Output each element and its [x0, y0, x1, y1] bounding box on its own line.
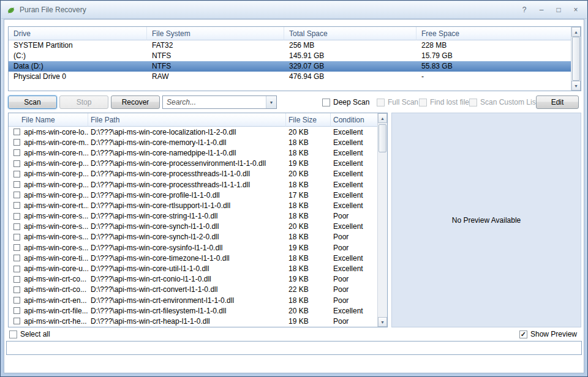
file-row[interactable]: api-ms-win-core-s...D:\???\api-ms-win-co… — [9, 232, 377, 242]
file-row-checkbox[interactable] — [13, 129, 20, 135]
maximize-button[interactable]: □ — [552, 4, 565, 15]
drive-cell: (C:) — [9, 51, 147, 61]
file-row-checkbox[interactable] — [13, 276, 20, 283]
file-cell: D:\???\api-ms-win-core-memory-l1-1-0.dll — [88, 138, 286, 147]
drives-header-free-space[interactable]: Free Space — [417, 27, 571, 40]
file-row-checkbox[interactable] — [13, 139, 20, 146]
file-row-checkbox[interactable] — [13, 255, 20, 261]
stop-button[interactable]: Stop — [59, 95, 108, 109]
file-row-checkbox[interactable] — [13, 202, 20, 209]
file-row[interactable]: api-ms-win-core-n...D:\???\api-ms-win-co… — [9, 147, 377, 158]
file-row[interactable]: api-ms-win-core-ti...D:\???\api-ms-win-c… — [9, 253, 377, 263]
scroll-up-icon[interactable]: ▲ — [571, 27, 581, 37]
file-row-checkbox[interactable] — [13, 286, 20, 293]
drive-cell: 55.83 GB — [417, 61, 571, 72]
file-row-checkbox[interactable] — [13, 297, 20, 304]
file-row[interactable]: api-ms-win-crt-file...D:\???\api-ms-win-… — [9, 305, 377, 316]
footer-row: Select all Show Preview — [4, 329, 584, 340]
minimize-button[interactable]: – — [535, 4, 548, 15]
drives-header-total-space[interactable]: Total Space — [284, 27, 417, 40]
files-header-file-name[interactable]: File Name — [9, 113, 88, 127]
search-dropdown-button[interactable]: ▼ — [266, 96, 276, 108]
checkbox-box[interactable] — [469, 99, 477, 106]
file-row-checkbox[interactable] — [13, 192, 20, 198]
file-row-checkbox[interactable] — [13, 171, 20, 177]
drive-row[interactable]: Data (D:)NTFS329.07 GB55.83 GB — [9, 61, 571, 72]
checkbox-box[interactable] — [519, 330, 527, 338]
file-row-checkbox[interactable] — [13, 266, 20, 272]
file-row-checkbox[interactable] — [13, 181, 20, 188]
scroll-down-icon[interactable]: ▼ — [571, 81, 581, 91]
scan-custom-list-checkbox[interactable]: Scan Custom List — [469, 98, 538, 106]
file-row-checkbox[interactable] — [13, 213, 20, 220]
files-header-file-path[interactable]: File Path — [88, 113, 286, 127]
file-row[interactable]: api-ms-win-crt-en...D:\???\api-ms-win-cr… — [9, 295, 377, 305]
file-cell: api-ms-win-core-s... — [20, 212, 88, 220]
file-row-checkbox[interactable] — [13, 149, 20, 156]
drive-row[interactable]: Physical Drive 0RAW476.94 GB- — [9, 72, 571, 82]
scroll-up-icon[interactable]: ▲ — [378, 113, 387, 123]
show-preview-checkbox[interactable]: Show Preview — [519, 330, 577, 338]
scrollbar-thumb[interactable] — [379, 124, 386, 152]
checkbox-box[interactable] — [9, 330, 17, 338]
file-row[interactable]: api-ms-win-core-s...D:\???\api-ms-win-co… — [9, 242, 377, 253]
find-lost-files-checkbox[interactable]: Find lost files — [419, 98, 473, 106]
scroll-down-icon[interactable]: ▼ — [378, 317, 387, 327]
files-header-file-size[interactable]: File Size — [286, 113, 331, 127]
file-row[interactable]: api-ms-win-core-p...D:\???\api-ms-win-co… — [9, 159, 377, 169]
file-row[interactable]: api-ms-win-core-p...D:\???\api-ms-win-co… — [9, 169, 377, 179]
drive-cell: 228 MB — [417, 40, 571, 51]
checkbox-box[interactable] — [377, 99, 385, 106]
deep-scan-checkbox[interactable]: Deep Scan — [322, 98, 369, 106]
file-row-checkbox[interactable] — [13, 234, 20, 241]
file-cell: Poor — [331, 233, 377, 241]
file-cell: 20 KB — [286, 170, 331, 178]
file-row[interactable]: api-ms-win-core-u...D:\???\api-ms-win-co… — [9, 263, 377, 274]
files-scrollbar[interactable]: ▲ ▼ — [377, 113, 387, 327]
scan-button[interactable]: Scan — [8, 95, 57, 109]
file-row-checkbox[interactable] — [13, 223, 20, 230]
recover-button[interactable]: Recover — [111, 95, 160, 109]
file-cell: D:\???\api-ms-win-core-processthreads-l1… — [88, 170, 286, 178]
checkbox-box[interactable] — [322, 99, 330, 106]
file-row[interactable]: api-ms-win-core-lo...D:\???\api-ms-win-c… — [9, 127, 377, 137]
file-row-checkbox[interactable] — [13, 160, 20, 167]
file-row[interactable]: api-ms-win-core-m...D:\???\api-ms-win-co… — [9, 137, 377, 147]
files-header-condition[interactable]: Condition — [331, 113, 377, 127]
status-input[interactable] — [6, 341, 582, 355]
file-cell: D:\???\api-ms-win-core-synch-l1-1-0.dll — [88, 222, 286, 231]
file-cell: 18 KB — [286, 201, 331, 210]
file-row[interactable]: api-ms-win-core-p...D:\???\api-ms-win-co… — [9, 190, 377, 200]
drives-header: Drive File System Total Space Free Space — [9, 27, 571, 40]
file-cell: D:\???\api-ms-win-core-string-l1-1-0.dll — [88, 212, 286, 220]
edit-button[interactable]: Edit — [536, 95, 579, 109]
search-input[interactable] — [163, 96, 266, 108]
file-cell: 19 KB — [286, 159, 331, 168]
help-button[interactable]: ? — [518, 4, 530, 15]
file-row[interactable]: api-ms-win-crt-co...D:\???\api-ms-win-cr… — [9, 274, 377, 285]
file-row[interactable]: api-ms-win-core-rt...D:\???\api-ms-win-c… — [9, 200, 377, 211]
file-row[interactable]: api-ms-win-core-s...D:\???\api-ms-win-co… — [9, 222, 377, 232]
drives-header-drive[interactable]: Drive — [9, 27, 147, 40]
drive-row[interactable]: (C:)NTFS145.91 GB15.79 GB — [9, 51, 571, 61]
file-row[interactable]: api-ms-win-core-s...D:\???\api-ms-win-co… — [9, 211, 377, 222]
file-row-checkbox[interactable] — [13, 318, 20, 324]
file-cell: Excellent — [331, 138, 377, 147]
full-scan-checkbox[interactable]: Full Scan — [377, 98, 418, 106]
checkbox-label: Select all — [20, 330, 50, 338]
file-row[interactable]: api-ms-win-core-p...D:\???\api-ms-win-co… — [9, 179, 377, 190]
file-cell: Excellent — [331, 170, 377, 178]
file-row[interactable]: api-ms-win-crt-he...D:\???\api-ms-win-cr… — [9, 316, 377, 326]
close-button[interactable]: × — [570, 4, 582, 15]
scrollbar-thumb[interactable] — [572, 37, 580, 81]
file-row-checkbox[interactable] — [13, 244, 20, 251]
drive-row[interactable]: SYSTEM PartitionFAT32256 MB228 MB — [9, 40, 571, 51]
drives-header-file-system[interactable]: File System — [147, 27, 284, 40]
select-all-checkbox[interactable]: Select all — [9, 330, 50, 338]
file-cell: Excellent — [331, 181, 377, 189]
checkbox-box[interactable] — [419, 99, 427, 106]
drives-scrollbar[interactable]: ▲ ▼ — [571, 27, 581, 91]
file-cell: Poor — [331, 212, 377, 220]
file-row-checkbox[interactable] — [13, 307, 20, 314]
file-row[interactable]: api-ms-win-crt-co...D:\???\api-ms-win-cr… — [9, 285, 377, 295]
